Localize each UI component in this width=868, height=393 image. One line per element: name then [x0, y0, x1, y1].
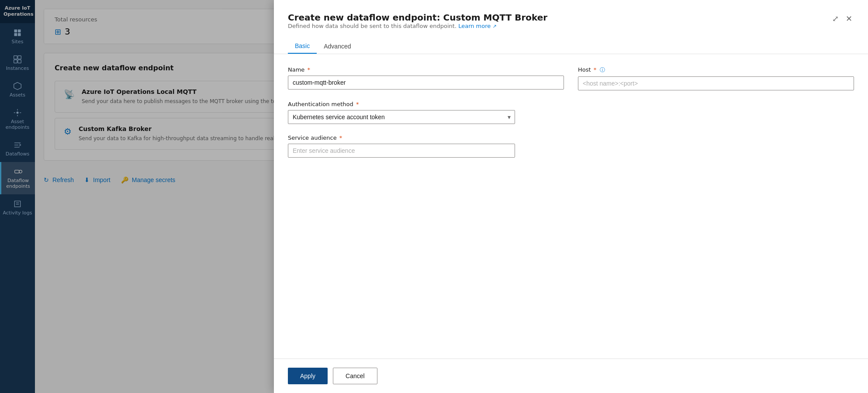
panel-subtitle: Defined how data should be sent to this … [288, 23, 547, 29]
name-required-marker: * [305, 66, 310, 73]
close-icon: ✕ [846, 14, 852, 23]
panel-title: Create new dataflow endpoint: Custom MQT… [288, 12, 547, 36]
tab-basic[interactable]: Basic [288, 39, 317, 54]
expand-icon: ⤢ [832, 14, 839, 23]
auth-method-label: Authentication method * [288, 101, 515, 107]
name-input[interactable] [288, 76, 564, 90]
panel-footer: Apply Cancel [274, 359, 868, 393]
auth-method-select[interactable]: Kubernetes service account token Usernam… [288, 110, 515, 124]
panel: Create new dataflow endpoint: Custom MQT… [274, 0, 868, 393]
host-required-marker: * [592, 66, 597, 73]
auth-method-wrapper: Kubernetes service account token Usernam… [288, 110, 515, 124]
service-audience-required-marker: * [338, 134, 342, 141]
apply-button[interactable]: Apply [288, 368, 328, 384]
form-group-host: Host * ⓘ [578, 66, 854, 90]
external-link-icon: ↗ [492, 24, 496, 29]
cancel-button[interactable]: Cancel [333, 368, 377, 384]
close-button[interactable]: ✕ [844, 12, 854, 25]
name-label: Name * [288, 66, 564, 73]
panel-title-row: Create new dataflow endpoint: Custom MQT… [288, 12, 854, 36]
host-input[interactable] [578, 76, 854, 90]
panel-body: Name * Host * ⓘ Authentication method * [274, 54, 868, 359]
form-row-service-audience: Service audience * [288, 134, 515, 158]
form-group-auth: Authentication method * Kubernetes servi… [288, 101, 515, 124]
panel-header: Create new dataflow endpoint: Custom MQT… [274, 0, 868, 54]
host-info-icon: ⓘ [600, 67, 605, 73]
service-audience-label: Service audience * [288, 134, 515, 141]
tab-advanced[interactable]: Advanced [317, 39, 358, 54]
expand-button[interactable]: ⤢ [830, 12, 840, 25]
form-row-name-host: Name * Host * ⓘ [288, 66, 854, 90]
learn-more-link[interactable]: Learn more [458, 23, 491, 29]
form-group-name: Name * [288, 66, 564, 90]
form-row-auth: Authentication method * Kubernetes servi… [288, 101, 515, 124]
service-audience-input[interactable] [288, 144, 515, 158]
panel-tabs: Basic Advanced [288, 39, 854, 54]
panel-header-actions: ⤢ ✕ [830, 12, 854, 25]
auth-required-marker: * [354, 101, 359, 107]
host-label: Host * ⓘ [578, 66, 854, 74]
form-group-service-audience: Service audience * [288, 134, 515, 158]
